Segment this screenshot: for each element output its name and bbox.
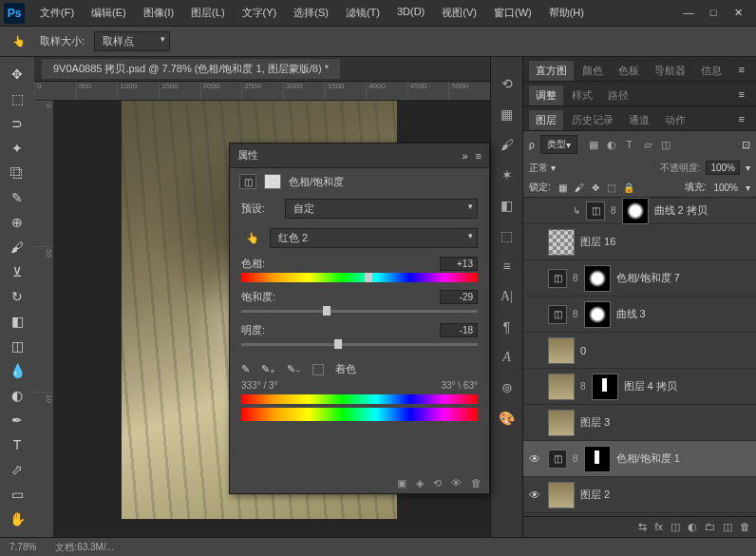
document-tab[interactable]: 9V0A0885 拷贝.psd @ 7.78% (色相/饱和度 1, 图层蒙版/… (42, 59, 340, 79)
libraries-icon[interactable]: 🎨 (498, 409, 517, 428)
blur-tool[interactable]: 💧 (4, 359, 30, 382)
blend-mode-select[interactable]: 正常 ▾ (529, 162, 654, 175)
eyedropper-sub-icon[interactable]: ✎₋ (287, 363, 301, 375)
layer-row[interactable]: 👁图层 2 (523, 477, 756, 513)
layers-icon[interactable]: ⬚ (498, 226, 517, 245)
mask-add-icon[interactable]: ◫ (671, 521, 680, 533)
visibility-toggle[interactable]: 👁 (527, 451, 542, 467)
visibility-icon[interactable]: 👁 (451, 477, 462, 489)
visibility-toggle[interactable] (527, 415, 542, 431)
adj-add-icon[interactable]: ◐ (688, 521, 697, 533)
channel-select[interactable]: 红色 2 (270, 228, 478, 248)
stamp-tool[interactable]: ⊻ (4, 260, 30, 283)
menu-type[interactable]: 文字(Y) (235, 3, 285, 23)
panel-menu-icon[interactable]: ≡ (476, 150, 482, 162)
link-layers-icon[interactable]: ⇆ (638, 521, 647, 533)
eyedropper-tool[interactable]: ✎ (4, 186, 30, 209)
lock-paint-icon[interactable]: 🖌 (575, 182, 584, 193)
tab-channels[interactable]: 通道 (622, 110, 656, 130)
shape-tool[interactable]: ▭ (4, 483, 30, 506)
panel-menu-icon[interactable]: ≡ (733, 61, 750, 81)
layer-name[interactable]: 图层 3 (580, 415, 752, 430)
menu-filter[interactable]: 滤镜(T) (338, 3, 387, 23)
filter-toggle[interactable]: ⊡ (742, 139, 750, 151)
tab-adjustments[interactable]: 调整 (529, 86, 563, 105)
layer-name[interactable]: 图层 4 拷贝 (624, 379, 752, 393)
gradient-tool[interactable]: ◫ (4, 335, 30, 357)
adjustment-icon[interactable]: ◫ (239, 174, 256, 189)
actions-icon[interactable]: ▦ (498, 105, 517, 124)
filter-type-icon[interactable]: T (623, 138, 636, 151)
minimize-icon[interactable]: — (682, 7, 695, 19)
panel-menu-icon[interactable]: ≡ (733, 86, 750, 105)
mask-thumb[interactable] (584, 301, 611, 328)
fill-value[interactable]: 100% (713, 182, 738, 193)
reset-icon[interactable]: ⟲ (433, 477, 442, 489)
visibility-toggle[interactable]: 👁 (527, 488, 542, 503)
filter-pixel-icon[interactable]: ▦ (587, 138, 600, 151)
layer-thumb[interactable] (548, 482, 575, 508)
hue-range-top[interactable] (241, 394, 478, 404)
zoom-level[interactable]: 7.78% (9, 542, 36, 552)
group-icon[interactable]: 🗀 (705, 521, 715, 533)
hue-range-bottom[interactable] (241, 408, 478, 421)
hue-slider[interactable] (241, 273, 478, 282)
lightness-value[interactable]: -18 (440, 323, 478, 337)
layer-row[interactable]: ◫8曲线 3 (523, 297, 756, 333)
mask-thumb[interactable] (592, 374, 618, 400)
mask-thumb[interactable] (584, 265, 611, 292)
layer-thumb[interactable] (548, 229, 575, 256)
collapse-icon[interactable]: » (462, 150, 467, 162)
layer-thumb[interactable] (548, 337, 575, 364)
layer-row[interactable]: 👁◫8色相/饱和度 1 (523, 441, 756, 477)
marquee-tool[interactable]: ⬚ (4, 87, 30, 110)
delete-icon[interactable]: 🗑 (471, 477, 482, 489)
eraser-tool[interactable]: ◧ (4, 310, 30, 333)
tab-styles[interactable]: 样式 (565, 86, 599, 105)
layer-name[interactable]: 色相/饱和度 1 (616, 451, 752, 466)
filter-smart-icon[interactable]: ◫ (659, 138, 672, 151)
lasso-tool[interactable]: ⊃ (4, 112, 30, 135)
colorize-checkbox[interactable] (312, 364, 324, 375)
dodge-tool[interactable]: ◐ (4, 384, 30, 407)
filter-shape-icon[interactable]: ▱ (641, 138, 654, 151)
lock-trans-icon[interactable]: ▦ (558, 182, 567, 193)
saturation-value[interactable]: -29 (440, 290, 478, 304)
filter-type-select[interactable]: 类型 ▾ (540, 135, 577, 154)
visibility-toggle[interactable] (527, 235, 542, 250)
brushes-icon[interactable]: 🖌 (498, 135, 517, 154)
tab-paths[interactable]: 路径 (601, 86, 635, 105)
visibility-toggle[interactable] (527, 307, 542, 322)
hue-value[interactable]: +13 (440, 257, 478, 271)
layer-row[interactable]: 图层 16 (523, 224, 756, 260)
glyph-icon[interactable]: A (498, 348, 517, 367)
visibility-toggle[interactable] (527, 203, 542, 219)
mask-icon[interactable]: ▢ (264, 174, 281, 189)
tab-histogram[interactable]: 直方图 (529, 61, 574, 81)
mask-thumb[interactable] (622, 198, 649, 224)
layer-name[interactable]: 曲线 2 拷贝 (654, 203, 752, 218)
menu-help[interactable]: 帮助(H) (541, 3, 592, 23)
sample-size-select[interactable]: 取样点 (94, 31, 170, 51)
maximize-icon[interactable]: □ (707, 7, 720, 19)
lock-pos-icon[interactable]: ✥ (592, 182, 599, 193)
tab-info[interactable]: 信息 (694, 61, 728, 81)
mask-thumb[interactable] (584, 446, 611, 472)
fx-icon[interactable]: fx (654, 521, 663, 533)
opacity-value[interactable]: 100% (706, 161, 740, 175)
lightness-slider[interactable] (241, 339, 478, 349)
hand-tool[interactable]: ✋ (4, 508, 30, 530)
menu-layer[interactable]: 图层(L) (183, 3, 232, 23)
eyedropper-icon[interactable]: ✎ (241, 363, 250, 375)
layer-row[interactable]: ◫8色相/饱和度 7 (523, 260, 756, 297)
menu-image[interactable]: 图像(I) (136, 3, 181, 23)
layer-row[interactable]: 图层 3 (523, 405, 756, 441)
tab-color[interactable]: 颜色 (576, 61, 610, 81)
menu-file[interactable]: 文件(F) (32, 3, 82, 23)
heal-tool[interactable]: ⊕ (4, 211, 30, 234)
active-tool-icon[interactable]: 👆 (8, 30, 30, 53)
close-icon[interactable]: ✕ (731, 7, 745, 19)
history-icon[interactable]: ⟲ (498, 74, 517, 93)
panel-menu-icon[interactable]: ≡ (733, 110, 750, 130)
preset-select[interactable]: 自定 (285, 199, 478, 219)
